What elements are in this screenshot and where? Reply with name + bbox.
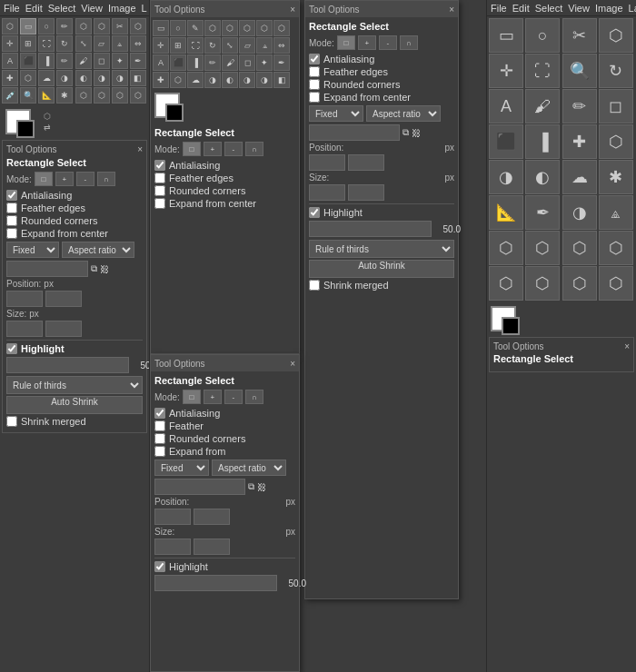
panel2-rounded-chk[interactable] xyxy=(309,79,320,90)
panel3-chain-icon[interactable]: ⛓ xyxy=(257,482,266,492)
tool-icon-perspective[interactable]: ⟁ xyxy=(112,35,128,52)
tool-icon-bucket[interactable]: ⬛ xyxy=(20,53,36,69)
r-icon-extra8[interactable]: ⬡ xyxy=(599,266,633,301)
panel3-expand-chk[interactable] xyxy=(154,446,165,457)
panel2-mode-sub[interactable]: - xyxy=(379,35,397,50)
p1-icon-28[interactable]: ◑ xyxy=(204,72,221,88)
p1-icon-27[interactable]: ☁ xyxy=(187,72,204,88)
panel1-fg-swatch[interactable] xyxy=(154,93,180,118)
p1-icon-23[interactable]: ✦ xyxy=(256,54,273,71)
tool-icon-rotate[interactable]: ↻ xyxy=(56,35,73,52)
r-icon-extra7[interactable]: ⬡ xyxy=(562,266,597,301)
tool-icon-extra2[interactable]: ⬡ xyxy=(94,87,110,104)
floating-panel-close-2[interactable]: × xyxy=(449,5,454,15)
r-icon-extra1[interactable]: ⬡ xyxy=(489,231,523,265)
tool-icon-paths[interactable]: ✱ xyxy=(56,87,73,104)
p1-icon-10[interactable]: ⊞ xyxy=(170,37,186,54)
tool-icon-extra1[interactable]: ⬡ xyxy=(75,87,92,104)
p1-icon-3[interactable]: ✎ xyxy=(187,20,204,36)
p1-icon-26[interactable]: ⬡ xyxy=(170,72,186,88)
r-icon-measure[interactable]: 📐 xyxy=(489,195,523,230)
expand-check-1[interactable] xyxy=(6,228,17,239)
rounded-check-1[interactable] xyxy=(6,215,17,226)
panel3-highlight-chk[interactable] xyxy=(154,561,165,572)
panel1-feather-chk[interactable] xyxy=(154,173,165,183)
panel3-pos-x[interactable]: 0 xyxy=(154,509,191,525)
p1-icon-9[interactable]: ✛ xyxy=(153,37,169,54)
menu-l[interactable]: L xyxy=(142,3,147,14)
panel1-antialias-chk[interactable] xyxy=(154,160,165,171)
mode-btn-sub-1[interactable]: - xyxy=(76,172,94,186)
p1-icon-15[interactable]: ⟁ xyxy=(256,37,273,54)
tool-icon-flip[interactable]: ⇔ xyxy=(130,35,146,52)
r-icon-pencil[interactable]: ✏ xyxy=(562,89,597,124)
r-menu-layer[interactable]: Layer xyxy=(629,3,636,14)
r-icon-gradient[interactable]: ▐ xyxy=(525,124,560,159)
p1-icon-12[interactable]: ↻ xyxy=(204,37,221,54)
r-menu-image[interactable]: Image xyxy=(595,3,623,14)
tool-icon-extra3[interactable]: ⬡ xyxy=(112,87,128,104)
p1-icon-17[interactable]: A xyxy=(153,54,169,71)
panel1-rounded-chk[interactable] xyxy=(154,185,165,196)
mode-btn-new-1[interactable]: □ xyxy=(35,172,53,186)
r-icon-fill[interactable]: ⬛ xyxy=(489,124,523,159)
p1-icon-16[interactable]: ⇔ xyxy=(273,37,290,54)
foreground-swatch[interactable] xyxy=(5,109,31,134)
p1-icon-24[interactable]: ✒ xyxy=(273,54,290,71)
r-icon-clone[interactable]: ⬡ xyxy=(599,124,633,159)
r-icon-dodge[interactable]: ◑ xyxy=(489,160,523,194)
panel2-feather-chk[interactable] xyxy=(309,66,320,77)
menu-file[interactable]: File xyxy=(4,3,20,14)
r-icon-extra4[interactable]: ⬡ xyxy=(599,231,633,265)
panel2-shrink-merged-chk[interactable] xyxy=(309,280,320,291)
r-menu-file[interactable]: File xyxy=(491,3,507,14)
tool-icon-crop[interactable]: ⛶ xyxy=(38,35,55,52)
highlight-check-1[interactable] xyxy=(6,343,17,354)
panel2-dim-input[interactable]: 1920:1080 xyxy=(309,124,400,141)
panel2-rule-select[interactable]: Rule of thirds xyxy=(309,240,454,258)
tool-icon-extra4[interactable]: ⬡ xyxy=(130,87,146,104)
r-icon-ellipse[interactable]: ○ xyxy=(525,18,560,53)
panel1-bg-swatch[interactable] xyxy=(165,104,184,122)
tool-icon-free-select[interactable]: ✏ xyxy=(56,18,73,35)
p1-icon-19[interactable]: ▐ xyxy=(187,54,204,71)
p1-icon-6[interactable]: ⬡ xyxy=(239,20,255,36)
panel2-chain-icon[interactable]: ⛓ xyxy=(412,128,421,138)
panel3-copy-icon[interactable]: ⧉ xyxy=(248,481,254,492)
panel3-rounded-chk[interactable] xyxy=(154,433,165,444)
p1-icon-13[interactable]: ⤡ xyxy=(222,37,238,54)
tool-options-close-1[interactable]: × xyxy=(137,144,143,154)
auto-shrink-btn-1[interactable]: Auto Shrink xyxy=(6,396,143,414)
r-icon-extra5[interactable]: ⬡ xyxy=(489,266,523,301)
panel3-dim-input[interactable]: 1920:1080 xyxy=(154,479,245,495)
r-icon-rect-select[interactable]: ▭ xyxy=(489,18,523,53)
dimension-input-1[interactable]: 1920:1080 xyxy=(6,261,88,277)
r-icon-hue[interactable]: ◑ xyxy=(562,195,597,230)
tool-icon-scissors[interactable]: ✂ xyxy=(112,18,128,35)
panel2-size-y[interactable]: 0 xyxy=(348,184,384,201)
panel3-mode-int[interactable]: ∩ xyxy=(245,390,263,404)
panel2-opacity-input[interactable]: Highlight opacity xyxy=(309,221,432,237)
r-menu-view[interactable]: View xyxy=(568,3,590,14)
aspect-select-1[interactable]: Aspect ratio Width/height xyxy=(62,242,134,258)
floating-panel-close-1[interactable]: × xyxy=(290,5,295,15)
tool-icon-threshold[interactable]: ◧ xyxy=(130,70,146,86)
tool-icon-desaturate[interactable]: ◑ xyxy=(94,70,110,86)
menu-edit[interactable]: Edit xyxy=(25,3,43,14)
right-fg-swatch[interactable] xyxy=(491,306,516,331)
panel2-mode-new[interactable]: □ xyxy=(337,35,355,50)
panel3-size-x[interactable]: 0 xyxy=(154,539,191,555)
panel3-opacity-input[interactable]: Highlight opacity xyxy=(154,575,277,591)
r-menu-select[interactable]: Select xyxy=(535,3,563,14)
size-y-1[interactable]: 0 xyxy=(45,321,82,337)
p1-icon-25[interactable]: ✚ xyxy=(153,72,169,88)
background-swatch[interactable] xyxy=(16,120,35,138)
tool-icon-paintbrush[interactable]: 🖌 xyxy=(75,53,92,69)
p1-icon-20[interactable]: ✏ xyxy=(204,54,221,71)
r-icon-crop[interactable]: ⛶ xyxy=(525,54,560,88)
tool-icon-lasso[interactable]: ⬡ xyxy=(2,18,18,35)
r-icon-paths[interactable]: ✱ xyxy=(599,160,633,194)
p1-icon-2[interactable]: ○ xyxy=(170,20,186,36)
tool-icon-text[interactable]: A xyxy=(2,53,18,69)
pos-x-1[interactable]: 0 xyxy=(6,291,43,307)
